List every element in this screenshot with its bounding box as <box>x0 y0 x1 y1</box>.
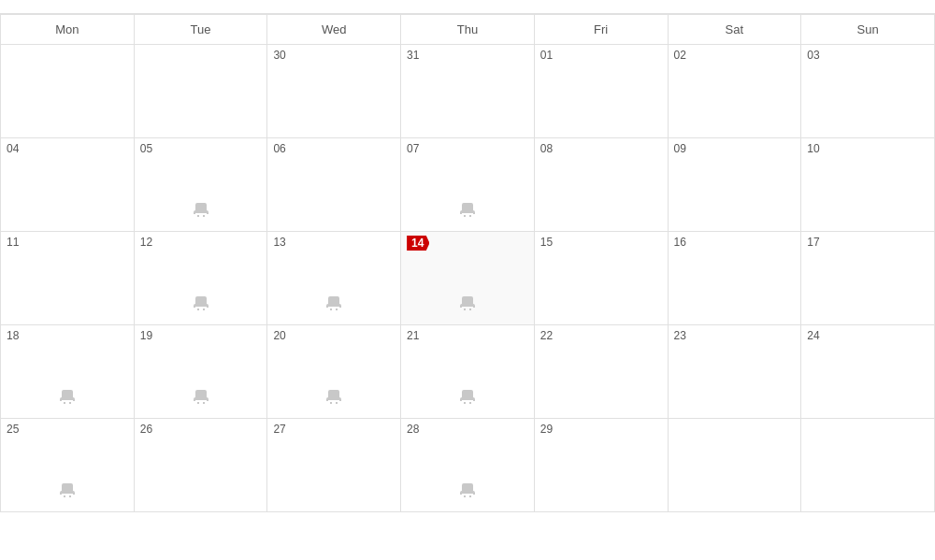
date-number: 13 <box>273 236 395 249</box>
calendar-table: MonTueWedThuFriSatSun 303101020304050607… <box>0 14 935 512</box>
date-number: 05 <box>140 142 262 155</box>
seat-icon <box>190 197 212 220</box>
calendar-cell[interactable]: 05 <box>134 138 267 232</box>
seat-icon <box>456 384 479 407</box>
date-number: 28 <box>407 423 528 436</box>
calendar-cell: 04 <box>1 138 135 232</box>
date-number: 24 <box>807 329 928 342</box>
date-number: 26 <box>140 423 262 436</box>
date-number: 23 <box>674 329 796 342</box>
calendar-cell[interactable]: 20 <box>267 325 401 419</box>
date-number: 30 <box>273 49 395 62</box>
calendar-cell[interactable]: 07 <box>401 138 535 232</box>
seat-icon <box>323 384 345 407</box>
weekday-header-tue: Tue <box>134 15 267 45</box>
date-number: 02 <box>674 49 796 62</box>
date-number: 09 <box>674 142 796 155</box>
calendar-cell[interactable]: 18 <box>1 325 135 419</box>
calendar-cell[interactable]: 25 <box>1 419 135 512</box>
page-header <box>0 0 935 14</box>
date-number: 07 <box>407 142 528 155</box>
selected-date-number: 14 <box>407 236 429 251</box>
calendar-cell: 11 <box>1 232 135 325</box>
date-number: 11 <box>7 236 128 249</box>
seat-icon <box>190 384 212 407</box>
date-number: 20 <box>273 329 395 342</box>
seat-icon <box>456 197 479 220</box>
date-number: 15 <box>540 236 662 249</box>
calendar-cell[interactable]: 12 <box>134 232 267 325</box>
calendar-cell: 29 <box>534 419 668 512</box>
calendar-cell: 01 <box>534 45 668 138</box>
calendar-cell: 22 <box>534 325 668 419</box>
seat-icon <box>56 478 79 500</box>
date-number: 16 <box>674 236 796 249</box>
calendar-cell <box>1 45 135 138</box>
weekday-header-fri: Fri <box>534 15 668 45</box>
date-number: 18 <box>7 329 128 342</box>
date-number: 08 <box>540 142 662 155</box>
date-number: 29 <box>540 423 662 436</box>
calendar-cell: 17 <box>801 232 935 325</box>
date-number: 31 <box>407 49 528 62</box>
date-number: 17 <box>807 236 928 249</box>
calendar-cell: 06 <box>267 138 401 232</box>
date-number: 10 <box>807 142 928 155</box>
calendar-cell: 08 <box>534 138 668 232</box>
calendar-cell: 15 <box>534 232 668 325</box>
calendar-cell: 30 <box>267 45 401 138</box>
calendar-cell: 31 <box>401 45 535 138</box>
calendar-cell: 26 <box>134 419 267 512</box>
date-number: 03 <box>807 49 928 62</box>
date-number: 06 <box>273 142 395 155</box>
date-number: 01 <box>540 49 662 62</box>
calendar-cell[interactable]: 21 <box>401 325 535 419</box>
seat-icon <box>323 291 345 313</box>
calendar-cell: 03 <box>801 45 935 138</box>
date-number: 19 <box>140 329 262 342</box>
weekday-header-wed: Wed <box>267 15 401 45</box>
date-number: 21 <box>407 329 528 342</box>
calendar-cell: 09 <box>668 138 801 232</box>
weekday-header-sun: Sun <box>801 15 935 45</box>
date-number: 12 <box>140 236 262 249</box>
calendar-cell: 23 <box>668 325 801 419</box>
date-number: 27 <box>273 423 395 436</box>
seat-icon <box>456 291 479 313</box>
weekday-header-sat: Sat <box>668 15 801 45</box>
calendar-cell[interactable]: 28 <box>401 419 535 512</box>
weekday-header-thu: Thu <box>401 15 535 45</box>
weekday-header-mon: Mon <box>1 15 135 45</box>
calendar-cell[interactable]: 13 <box>267 232 401 325</box>
calendar-cell: 10 <box>801 138 935 232</box>
calendar-cell[interactable]: 19 <box>134 325 267 419</box>
calendar-cell <box>668 419 801 512</box>
seat-icon <box>190 291 212 313</box>
calendar-cell <box>134 45 267 138</box>
calendar-cell <box>801 419 935 512</box>
date-number: 25 <box>7 423 128 436</box>
calendar-cell[interactable]: 14 <box>401 232 535 325</box>
calendar-cell: 27 <box>267 419 401 512</box>
date-number: 22 <box>540 329 662 342</box>
date-number: 04 <box>7 142 128 155</box>
seat-icon <box>56 384 79 407</box>
calendar-cell: 02 <box>668 45 801 138</box>
seat-icon <box>456 478 479 500</box>
calendar-cell: 24 <box>801 325 935 419</box>
calendar-cell: 16 <box>668 232 801 325</box>
